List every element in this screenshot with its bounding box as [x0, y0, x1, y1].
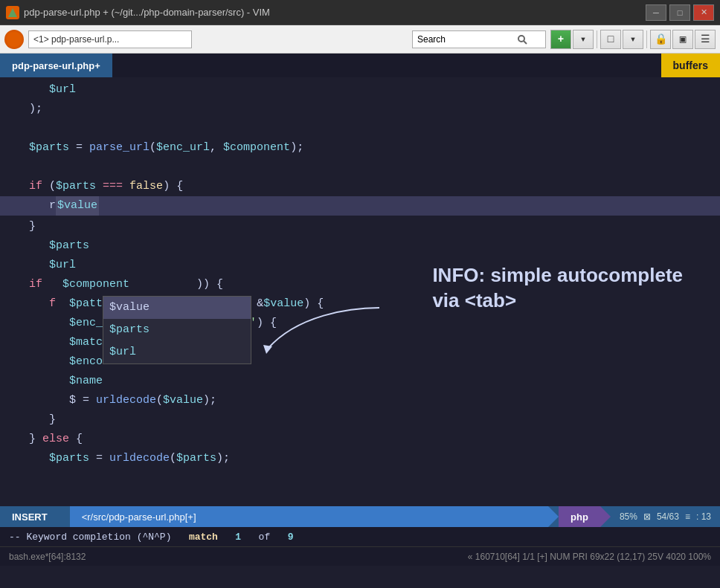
address-bar[interactable]: <1> pdp-parse-url.p...: [28, 30, 192, 48]
panel-button[interactable]: ▣: [672, 30, 693, 49]
bottom-line: -- Keyword completion (^N^P) match 1 of …: [0, 527, 720, 546]
svg-point-1: [518, 36, 524, 42]
code-area: $url ); $parts = parse_url($enc_url, $co…: [0, 77, 720, 506]
svg-line-2: [524, 41, 527, 44]
close-button[interactable]: ✕: [693, 4, 714, 21]
arrow-sep2: [548, 506, 559, 527]
mode-badge: INSERT: [0, 506, 60, 527]
title-bar: pdp-parse-url.php + (~/git.../php-domain…: [0, 0, 720, 25]
toolbar: <1> pdp-parse-url.p... + ▾ □ ▾ 🔒 ▣ ☰: [0, 25, 720, 54]
code-line: [0, 119, 720, 138]
window-title: pdp-parse-url.php + (~/git.../php-domain…: [24, 7, 270, 18]
code-line: [0, 158, 720, 177]
arrow-sep: [60, 506, 70, 527]
add-dropdown-button[interactable]: ▾: [573, 30, 594, 49]
code-line-autocomplete: r$value: [0, 196, 720, 216]
minimize-button[interactable]: ─: [646, 4, 666, 21]
view-button[interactable]: □: [600, 30, 621, 49]
code-line: } else {: [0, 430, 720, 449]
language-badge: php: [559, 506, 600, 527]
code-line: }: [0, 217, 720, 236]
filepath: <r/src/pdp-parse-url.php[+]: [70, 506, 548, 527]
code-line: $parts = parse_url($enc_url, $component)…: [0, 138, 720, 158]
completion-info: -- Keyword completion (^N^P) match 1 of …: [9, 532, 293, 543]
col: : 13: [696, 511, 711, 522]
match-num: 1: [235, 532, 241, 543]
info-bar: bash.exe*[64]:8132 « 160710[64] 1/1 [+] …: [0, 546, 720, 566]
menu-button[interactable]: ☰: [695, 30, 716, 49]
lock-button[interactable]: 🔒: [650, 30, 671, 49]
active-tab[interactable]: pdp-parse-url.php+: [0, 54, 112, 77]
ubuntu-icon: [4, 30, 24, 49]
scroll-icon: ⊠: [643, 511, 651, 522]
code-line: }: [0, 410, 720, 430]
buffers-badge[interactable]: buffers: [661, 54, 720, 77]
code-line: if ($parts === false) {: [0, 177, 720, 196]
tab-bar: pdp-parse-url.php+ buffers: [0, 54, 720, 77]
code-line: $url: [0, 80, 720, 100]
completion-text: -- Keyword completion (^N^P): [9, 532, 171, 543]
code-line: $parts = urldecode($parts);: [0, 449, 720, 468]
vim-icon: [6, 6, 19, 19]
toolbar-buttons[interactable]: + ▾ □ ▾ 🔒 ▣ ☰: [550, 30, 716, 49]
process-info: bash.exe*[64]:8132: [9, 552, 86, 562]
total: 9: [288, 532, 294, 543]
code-line: );: [0, 100, 720, 119]
code-line: if $component )) {: [0, 275, 720, 294]
of-label: of: [259, 532, 271, 543]
code-line: $name: [0, 372, 720, 391]
svg-marker-0: [8, 8, 17, 17]
separator: [597, 30, 597, 48]
search-bar[interactable]: [412, 30, 546, 48]
separator2: [646, 30, 647, 48]
autocomplete-item-value[interactable]: $value: [103, 297, 251, 319]
arrow-sep3: [600, 506, 611, 527]
autocomplete-item-parts[interactable]: $parts: [103, 319, 251, 341]
add-button[interactable]: +: [550, 30, 571, 49]
right-status: 85% ⊠ 54/63 ≡ : 13: [611, 511, 720, 522]
autocomplete-dropdown[interactable]: $value $parts $url: [103, 296, 251, 364]
status-bar: INSERT <r/src/pdp-parse-url.php[+] php 8…: [0, 506, 720, 527]
percent: 85%: [620, 511, 637, 522]
window-controls[interactable]: ─ □ ✕: [646, 4, 714, 21]
view-dropdown-button[interactable]: ▾: [623, 30, 643, 49]
search-input[interactable]: [417, 34, 514, 45]
title-left: pdp-parse-url.php + (~/git.../php-domain…: [6, 6, 270, 19]
match-label: match: [189, 532, 218, 543]
indent-icon: ≡: [685, 511, 690, 522]
autocomplete-item-url[interactable]: $url: [103, 341, 251, 364]
maximize-button[interactable]: □: [669, 4, 690, 21]
search-icon: [517, 34, 527, 45]
code-line: $parts: [0, 236, 720, 256]
code-line: $url: [0, 256, 720, 275]
position: 54/63: [657, 511, 679, 522]
position-info: « 160710[64] 1/1 [+] NUM PRI 69x22 (12,1…: [468, 552, 711, 562]
code-line: $ = urldecode($value);: [0, 391, 720, 410]
